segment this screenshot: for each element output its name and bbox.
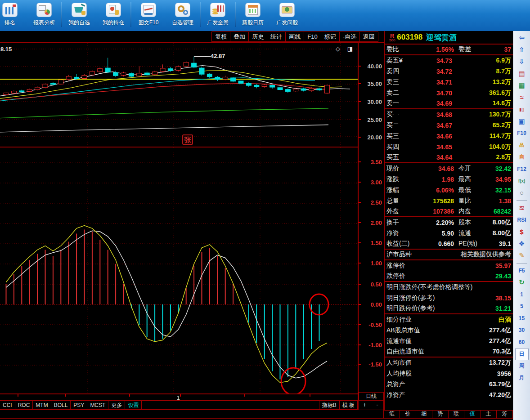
y-axis-label-lower: 2.00 xyxy=(371,219,382,226)
chart-tab-返回[interactable]: 返回 xyxy=(359,31,378,42)
period-week[interactable]: 周 xyxy=(515,360,529,372)
period-15[interactable]: 15 xyxy=(515,313,529,325)
indicator-tab-更多[interactable]: 更多 xyxy=(108,401,125,409)
f5-icon[interactable]: F5 xyxy=(515,265,529,277)
indicator-tab-PSY[interactable]: PSY xyxy=(70,401,87,409)
money-icon[interactable]: $ xyxy=(515,226,529,238)
indicator-tab-MTM[interactable]: MTM xyxy=(32,401,51,409)
quote-tab-笔[interactable]: 笔 xyxy=(383,410,400,418)
quote-grid-icon[interactable]: ▦ xyxy=(515,80,529,92)
rsi-icon[interactable]: RSI xyxy=(515,214,529,226)
quote-tab-联[interactable]: 联 xyxy=(448,410,465,418)
chart-tab-标记[interactable]: 标记 xyxy=(321,31,340,42)
quote-row: 委比1.56%委差37 xyxy=(385,45,513,55)
zoom-in-button[interactable]: + xyxy=(358,400,371,410)
sidebar-separator xyxy=(517,263,527,264)
refresh-icon[interactable]: ↻ xyxy=(515,277,529,289)
zoom-out-button[interactable]: - xyxy=(371,400,384,410)
period-label: 日线 xyxy=(359,392,384,400)
bid-volume: 65.2万 xyxy=(452,121,511,130)
quote-tab-筹[interactable]: 筹 xyxy=(496,410,513,418)
quote-value: 13.72万 xyxy=(489,359,511,367)
toolbar-item-排名[interactable]: 排名 xyxy=(0,0,27,31)
toolbar-item-自选管理[interactable]: 自选管理 xyxy=(166,0,200,31)
toolbar-item-图文F10[interactable]: 图文F10 xyxy=(131,0,166,31)
macd-chart[interactable] xyxy=(0,147,358,393)
indicator-tab-指标B[interactable]: 指标B xyxy=(319,401,340,409)
quote-label: 涨幅 xyxy=(386,186,414,194)
quote-label: 委差 xyxy=(454,45,479,54)
quote-tab-细[interactable]: 细 xyxy=(416,410,432,418)
quote-label: 总资产 xyxy=(386,380,489,389)
stock-badges: R 500 xyxy=(389,33,395,42)
chart-corner-icons[interactable]: ◇ ◨ xyxy=(336,45,355,52)
report-analysis-icon xyxy=(36,3,52,17)
period-1[interactable]: 1 xyxy=(515,289,529,301)
circle-icon[interactable]: ○ xyxy=(515,187,529,199)
report-list-icon[interactable]: ▤ xyxy=(515,68,529,80)
quote-tab-势[interactable]: 势 xyxy=(432,410,449,418)
high-price-annotation: —42.87 xyxy=(205,53,225,59)
axis-tick xyxy=(359,304,361,305)
section-caption: 明日涨跌停(不考虑价格调整等) xyxy=(386,283,472,291)
candlestick-chart[interactable] xyxy=(0,43,358,147)
period-60[interactable]: 60 xyxy=(515,336,529,349)
y-axis-label-upper: 25.00 xyxy=(367,116,382,123)
indicator-tab-BOLL[interactable]: BOLL xyxy=(51,401,71,409)
bid-level-label: 卖二 xyxy=(386,89,414,97)
quote-row: 换手2.20%股本8.00亿 xyxy=(385,217,513,228)
chart-tab-叠加[interactable]: 叠加 xyxy=(230,31,249,42)
f12-icon[interactable]: F12 xyxy=(515,163,529,175)
y-axis-label-lower: 3.00 xyxy=(371,179,382,186)
bid-level-label: 买二 xyxy=(386,121,414,130)
axis-tick xyxy=(359,83,361,84)
toolbar-item-新股日历[interactable]: 新股日历 xyxy=(236,0,270,31)
toolbar-item-广发问股[interactable]: 广发问股 xyxy=(270,0,304,31)
chart-tab-复权[interactable]: 复权 xyxy=(211,31,230,42)
kline-icon[interactable]: ▮▯ xyxy=(515,103,529,116)
indicator-tab-模 板[interactable]: 模 板 xyxy=(339,401,358,409)
quote-tab-主[interactable]: 主 xyxy=(480,410,497,418)
quote-tab-价[interactable]: 价 xyxy=(400,410,416,418)
pencil-icon[interactable]: ✎ xyxy=(515,250,529,262)
indicator-tab-设置[interactable]: 设置 xyxy=(125,401,142,409)
tree-icon[interactable]: 品 xyxy=(515,139,529,152)
move-icon[interactable]: ❖ xyxy=(515,238,529,250)
chart-tab-历史[interactable]: 历史 xyxy=(248,31,267,42)
up-icon[interactable]: ⇧ xyxy=(515,44,529,56)
chart-tab-统计[interactable]: 统计 xyxy=(267,31,286,42)
chart-tab--自选[interactable]: -自选 xyxy=(339,31,360,42)
quote-row: AB股总市值277.4亿 xyxy=(385,325,513,336)
quote-row: 流通市值277.4亿 xyxy=(385,336,513,347)
wave-icon[interactable]: ≋ xyxy=(515,202,529,214)
indicator-tab-CCI[interactable]: CCI xyxy=(0,401,15,409)
indicator-bar: CCIROCMTMBOLLPSYMCST更多设置指标B模 板 xyxy=(0,400,358,410)
period-day[interactable]: 日 xyxy=(515,348,529,360)
chart-tab-画线[interactable]: 画线 xyxy=(285,31,304,42)
toolbar-item-我的自选[interactable]: 我的自选 xyxy=(62,0,96,31)
toolbar-item-我的持仓[interactable]: 我的持仓 xyxy=(96,0,130,31)
down-icon[interactable]: ⇩ xyxy=(515,56,529,68)
axis-tick xyxy=(359,137,361,138)
zixuan-icon[interactable]: 自 xyxy=(515,151,529,163)
toolbar-item-广发全景[interactable]: 广发全景 xyxy=(201,0,235,31)
quote-row: 卖二34.70361.6万 xyxy=(385,88,513,98)
x-axis-tick xyxy=(129,394,130,397)
indicator-tab-MCST[interactable]: MCST xyxy=(87,401,108,409)
trend-line-icon[interactable]: ≈ xyxy=(515,92,529,104)
toolbar-item-报表分析[interactable]: 报表分析 xyxy=(27,0,61,31)
back-icon[interactable]: ⇦ xyxy=(515,32,529,44)
period-30[interactable]: 30 xyxy=(515,324,529,336)
price-scale-column: 40.0035.0030.0025.0020.003.503.002.502.0… xyxy=(359,43,384,410)
period-5[interactable]: 5 xyxy=(515,300,529,313)
formula-icon[interactable]: f(x) xyxy=(515,175,529,187)
quote-tab-值[interactable]: 值 xyxy=(464,410,481,418)
quote-value: 3956 xyxy=(497,370,511,377)
period-month[interactable]: 月 xyxy=(515,372,529,384)
bid-volume: 6.9万 xyxy=(452,57,511,65)
f10-icon[interactable]: F10 xyxy=(515,127,529,139)
pages-icon[interactable]: ▣ xyxy=(515,116,529,128)
chart-tab-F10[interactable]: F10 xyxy=(304,31,321,42)
quote-row: 人均持股3956 xyxy=(385,368,513,379)
indicator-tab-ROC[interactable]: ROC xyxy=(15,401,33,409)
